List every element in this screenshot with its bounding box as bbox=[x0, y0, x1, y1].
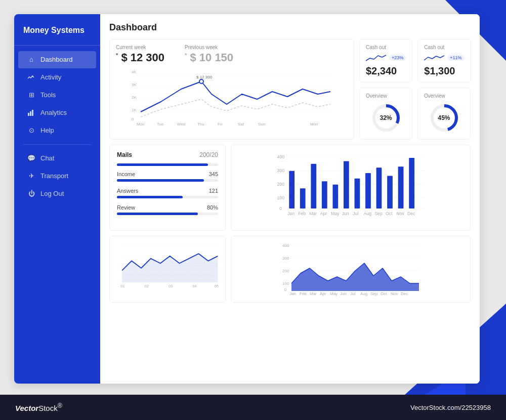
svg-text:2K: 2K bbox=[132, 95, 137, 100]
svg-text:Mar: Mar bbox=[309, 211, 317, 216]
svg-text:400: 400 bbox=[277, 154, 285, 159]
sidebar-label-logout: Log Out bbox=[40, 190, 64, 197]
bar-chart-card: 400 300 200 100 0 bbox=[231, 145, 471, 231]
svg-text:Mon: Mon bbox=[310, 122, 318, 127]
svg-rect-45 bbox=[387, 176, 393, 208]
svg-text:4K: 4K bbox=[132, 70, 137, 74]
donut-label-2: 45% bbox=[438, 114, 450, 121]
svg-text:0: 0 bbox=[132, 117, 134, 121]
help-icon: ⊙ bbox=[27, 127, 35, 135]
bar-chart-svg: 400 300 200 100 0 bbox=[238, 151, 463, 222]
right-mini-cards: Cash out +23% $2,340 Cash out bbox=[359, 39, 471, 140]
svg-rect-41 bbox=[344, 161, 349, 208]
svg-rect-37 bbox=[300, 188, 306, 208]
answers-progress: Answers 121 bbox=[117, 188, 218, 198]
previous-week-stat: Previous week * $ 10 150 bbox=[185, 45, 233, 64]
svg-text:100: 100 bbox=[277, 195, 285, 200]
svg-text:Mon: Mon bbox=[137, 122, 145, 127]
svg-text:$ 12 300: $ 12 300 bbox=[196, 75, 213, 79]
svg-text:Aug: Aug bbox=[364, 211, 372, 216]
area-chart-svg: 400 300 200 100 0 Jan Feb Mar Apr May Ju… bbox=[236, 240, 465, 296]
sidebar-item-help[interactable]: ⊙ Help bbox=[18, 122, 96, 139]
current-week-value: * $ 12 300 bbox=[116, 51, 164, 64]
sidebar-label-dashboard: Dashboard bbox=[40, 56, 73, 63]
svg-text:1K: 1K bbox=[132, 108, 137, 112]
cash-value-1: $2,340 bbox=[366, 65, 406, 77]
footer-bar: VectorVectorStockStock® VectorStock.com/… bbox=[0, 395, 506, 420]
cash-card-1: Cash out +23% $2,340 bbox=[359, 39, 412, 82]
cash-card-2: Cash out +11% $1,300 bbox=[417, 39, 471, 82]
svg-rect-2 bbox=[32, 110, 33, 116]
progress-card: Mails 200/20 Income 345 bbox=[109, 145, 226, 231]
svg-text:Jun: Jun bbox=[342, 211, 349, 216]
mails-label: Mails bbox=[117, 151, 132, 158]
review-label: Review bbox=[117, 204, 135, 211]
svg-text:Fri: Fri bbox=[218, 122, 223, 127]
svg-rect-43 bbox=[365, 173, 371, 208]
income-label: Income bbox=[117, 171, 135, 177]
footer-url: VectorStock.com/22523958 bbox=[410, 404, 491, 411]
sidebar-item-tools[interactable]: ⊞ Tools bbox=[18, 87, 96, 104]
svg-text:Nov: Nov bbox=[396, 211, 404, 216]
svg-text:Apr: Apr bbox=[320, 211, 327, 216]
content-area: Dashboard Current week * $ 12 300 Previo… bbox=[100, 14, 480, 384]
nav-main: ⌂ Dashboard Activity ⊞ Tools Analytics bbox=[14, 51, 100, 384]
line-chart-card: Current week * $ 12 300 Previous week * … bbox=[109, 39, 354, 140]
svg-text:400: 400 bbox=[282, 243, 289, 248]
logo-text: Money Systems bbox=[23, 25, 91, 36]
analytics-icon bbox=[27, 109, 35, 117]
previous-week-value: * $ 10 150 bbox=[185, 51, 233, 64]
sidebar-item-analytics[interactable]: Analytics bbox=[18, 104, 96, 121]
svg-text:Jan: Jan bbox=[289, 291, 296, 296]
svg-text:Jan: Jan bbox=[287, 211, 294, 216]
sidebar-item-transport[interactable]: ✈ Transport bbox=[18, 167, 96, 185]
sidebar-item-logout[interactable]: ⏻ Log Out bbox=[18, 185, 96, 202]
svg-text:Jul: Jul bbox=[353, 211, 358, 216]
svg-text:Tue: Tue bbox=[157, 122, 164, 127]
svg-rect-42 bbox=[355, 179, 360, 208]
svg-text:Apr: Apr bbox=[320, 291, 326, 296]
previous-week-asterisk: * bbox=[185, 52, 187, 58]
cash-card-2-title: Cash out bbox=[424, 45, 464, 50]
svg-rect-39 bbox=[322, 181, 327, 208]
svg-text:100: 100 bbox=[282, 281, 289, 286]
nav-divider bbox=[23, 144, 91, 145]
svg-text:Dec: Dec bbox=[401, 291, 408, 296]
svg-rect-44 bbox=[376, 167, 382, 208]
page-title: Dashboard bbox=[109, 22, 471, 33]
sidebar-item-chat[interactable]: 💬 Chat bbox=[18, 150, 96, 167]
svg-rect-47 bbox=[409, 158, 414, 208]
svg-text:05: 05 bbox=[215, 284, 219, 288]
overview-card-2: Overview 45% bbox=[417, 88, 471, 140]
cash-row: Cash out +23% $2,340 Cash out bbox=[359, 39, 471, 82]
svg-rect-36 bbox=[289, 171, 294, 208]
svg-text:Sun: Sun bbox=[258, 122, 265, 127]
line-chart-svg: 4K 3K 2K 1K 0 $ 12 300 Mon Tue Wed bbox=[116, 66, 348, 127]
svg-text:Jul: Jul bbox=[350, 291, 355, 296]
sidebar-label-chat: Chat bbox=[40, 154, 54, 162]
svg-rect-38 bbox=[311, 164, 316, 208]
tools-icon: ⊞ bbox=[27, 91, 35, 99]
svg-text:300: 300 bbox=[277, 168, 285, 173]
svg-text:Wed: Wed bbox=[177, 122, 185, 127]
svg-rect-0 bbox=[28, 113, 29, 116]
overview-title-2: Overview bbox=[424, 93, 445, 99]
main-container: Money Systems ⌂ Dashboard Activity ⊞ Too… bbox=[14, 14, 480, 384]
sidebar-label-analytics: Analytics bbox=[40, 109, 67, 116]
svg-text:Aug: Aug bbox=[360, 291, 367, 296]
sidebar-label-transport: Transport bbox=[40, 172, 68, 180]
svg-text:01: 01 bbox=[120, 284, 124, 288]
overview-row: Overview 32% Overview bbox=[359, 88, 471, 140]
activity-icon bbox=[27, 73, 35, 81]
sidebar: Money Systems ⌂ Dashboard Activity ⊞ Too… bbox=[14, 14, 100, 384]
sidebar-item-dashboard[interactable]: ⌂ Dashboard bbox=[18, 51, 96, 68]
sidebar-label-help: Help bbox=[40, 127, 54, 134]
sidebar-item-activity[interactable]: Activity bbox=[18, 69, 96, 86]
svg-text:May: May bbox=[331, 211, 340, 216]
area-chart-card: 400 300 200 100 0 Jan Feb Mar Apr May Ju… bbox=[231, 236, 471, 303]
cash-value-2: $1,300 bbox=[424, 65, 464, 77]
review-progress: Review 80% bbox=[117, 204, 218, 215]
home-icon: ⌂ bbox=[27, 56, 35, 64]
svg-text:3K: 3K bbox=[132, 82, 137, 87]
svg-point-12 bbox=[199, 79, 203, 83]
